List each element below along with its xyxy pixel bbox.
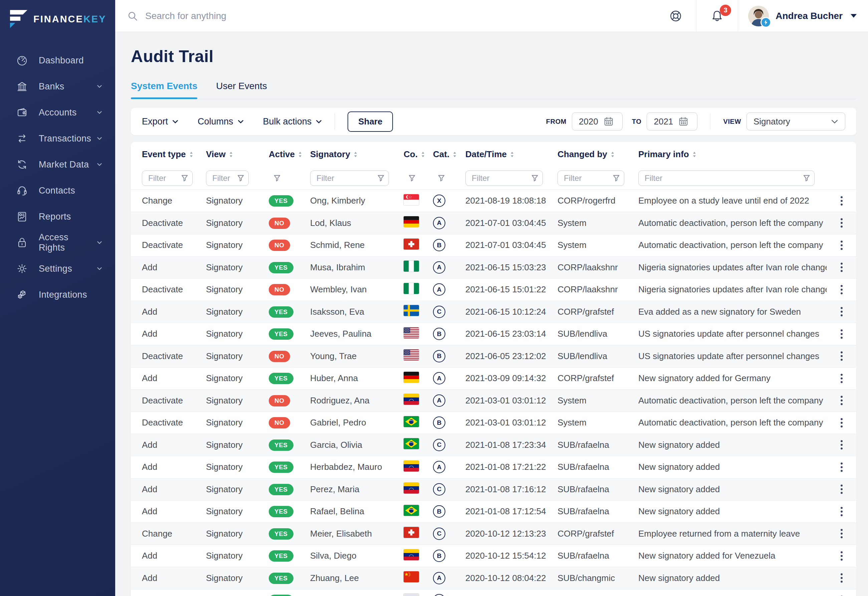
cell-category: X (433, 195, 465, 207)
filter-funnel-icon[interactable] (377, 174, 385, 182)
row-actions-button[interactable] (838, 504, 845, 519)
flag-ve-icon (404, 460, 419, 472)
filter-input[interactable] (644, 173, 803, 183)
column-header-active[interactable]: Active (269, 149, 310, 159)
help-button[interactable] (655, 0, 696, 32)
cell-actions (827, 371, 845, 386)
filter-input-view[interactable] (206, 171, 249, 186)
row-actions-button[interactable] (838, 371, 845, 386)
filter-funnel-icon[interactable] (613, 174, 620, 182)
active-status-badge: YES (269, 306, 294, 318)
column-header-view[interactable]: View (206, 149, 269, 159)
column-header-date-time[interactable]: Date/Time (465, 149, 558, 159)
column-header-primary-info[interactable]: Primary info (638, 149, 827, 159)
filter-icon-cat[interactable] (433, 174, 465, 182)
global-search[interactable] (127, 10, 655, 22)
sidebar-item-access-rights[interactable]: Access Rights (0, 230, 115, 256)
user-menu[interactable]: Andrea Bucher (738, 6, 868, 27)
filter-icon-co[interactable] (404, 174, 433, 182)
sidebar-item-market-data[interactable]: Market Data (0, 152, 115, 177)
bulk-actions-button[interactable]: Bulk actions (263, 117, 322, 127)
row-actions-button[interactable] (838, 571, 845, 585)
row-actions-button[interactable] (838, 349, 845, 363)
cell-signatory: Meier, Elisabeth (310, 528, 404, 539)
row-actions-button[interactable] (838, 482, 845, 497)
cell-event-type: Add (142, 573, 206, 583)
filter-input-date-time[interactable] (465, 171, 543, 186)
category-badge: C (433, 483, 445, 496)
filter-input[interactable] (316, 173, 377, 183)
row-actions-button[interactable] (838, 238, 845, 252)
filter-icon-active[interactable] (269, 174, 310, 182)
tab-user-events[interactable]: User Events (216, 81, 267, 99)
sidebar-item-transactions[interactable]: Transactions (0, 125, 115, 152)
view-select[interactable]: Signatory (747, 112, 845, 130)
filter-funnel-icon[interactable] (273, 174, 281, 182)
row-actions-button[interactable] (838, 282, 845, 297)
search-input[interactable] (145, 10, 378, 22)
sidebar-item-contacts[interactable]: Contacts (0, 177, 115, 204)
filter-funnel-icon[interactable] (803, 174, 810, 182)
tab-system-events[interactable]: System Events (131, 81, 197, 99)
column-header-cat[interactable]: Cat. (433, 149, 465, 159)
row-actions-button[interactable] (838, 260, 845, 274)
to-date-field[interactable] (647, 112, 697, 130)
share-button[interactable]: Share (347, 111, 393, 132)
cell-view: Signatory (206, 462, 269, 472)
notifications-button[interactable]: 3 (697, 0, 738, 32)
flag-br-icon (404, 438, 419, 449)
column-header-signatory[interactable]: Signatory (310, 149, 404, 159)
cell-changed-by: System (558, 395, 638, 406)
filter-input[interactable] (212, 173, 237, 183)
filter-funnel-icon[interactable] (438, 174, 445, 182)
flag-br-icon (404, 505, 419, 516)
filter-funnel-icon[interactable] (408, 174, 416, 182)
row-actions-button[interactable] (838, 304, 845, 319)
sidebar-item-integrations[interactable]: Integrations (0, 282, 115, 308)
filter-input-signatory[interactable] (310, 171, 389, 186)
from-date-field[interactable] (572, 112, 623, 130)
filter-funnel-icon[interactable] (237, 174, 244, 182)
calendar-icon[interactable] (604, 117, 614, 127)
cell-changed-by: SUB/changmic (558, 573, 638, 583)
cell-actions (827, 571, 845, 585)
filter-input-event-type[interactable] (142, 171, 193, 186)
filter-input[interactable] (148, 173, 181, 183)
row-actions-button[interactable] (838, 416, 845, 430)
row-actions-button[interactable] (838, 327, 845, 341)
cell-category: A (433, 461, 465, 473)
filter-input-primary-info[interactable] (638, 171, 815, 186)
columns-button[interactable]: Columns (198, 117, 244, 127)
calendar-icon[interactable] (678, 117, 688, 127)
sidebar-item-reports[interactable]: Reports (0, 204, 115, 230)
column-header-changed-by[interactable]: Changed by (558, 149, 638, 159)
sidebar-item-settings[interactable]: Settings (0, 256, 115, 282)
row-actions-button[interactable] (838, 393, 845, 408)
cell-event-type: Add (142, 484, 206, 494)
row-actions-button[interactable] (838, 215, 845, 230)
filter-input-changed-by[interactable] (558, 171, 624, 186)
cell-event-type: Add (142, 329, 206, 339)
brand-logo[interactable]: FINANCEKEY (0, 0, 115, 28)
column-header-event-type[interactable]: Event type (142, 149, 206, 159)
row-actions-button[interactable] (838, 438, 845, 452)
cell-category: C (433, 306, 465, 318)
column-header-co[interactable]: Co. (404, 149, 433, 159)
row-actions-button[interactable] (838, 549, 845, 563)
row-actions-button[interactable] (838, 460, 845, 475)
filter-funnel-icon[interactable] (181, 174, 188, 182)
filter-input[interactable] (563, 173, 613, 183)
export-button[interactable]: Export (142, 117, 178, 127)
table-row: ChangeSignatoryYESOng, KimberlyX2021-08-… (131, 190, 856, 212)
row-actions-button[interactable] (838, 593, 845, 596)
topbar: 3 (115, 0, 868, 32)
sidebar-item-dashboard[interactable]: Dashboard (0, 47, 115, 74)
from-date-input[interactable] (578, 116, 604, 127)
sidebar-item-accounts[interactable]: Accounts (0, 99, 115, 125)
sidebar-item-banks[interactable]: Banks (0, 74, 115, 99)
filter-input[interactable] (471, 173, 531, 183)
to-date-input[interactable] (653, 116, 678, 127)
row-actions-button[interactable] (838, 193, 845, 208)
row-actions-button[interactable] (838, 526, 845, 541)
filter-funnel-icon[interactable] (531, 174, 539, 182)
